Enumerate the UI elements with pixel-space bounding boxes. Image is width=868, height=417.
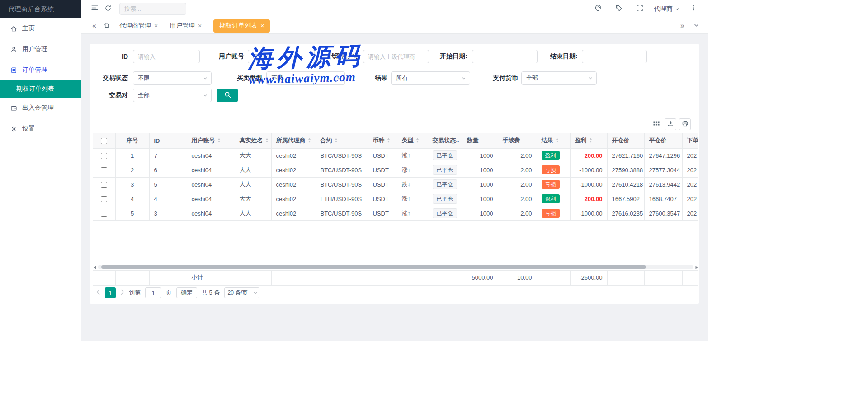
cell-type: 涨↑	[397, 206, 428, 220]
confirm-page-button[interactable]: 确定	[176, 287, 197, 298]
scrollbar-track[interactable]	[98, 265, 693, 269]
col-close_price[interactable]: 平仓价	[644, 133, 682, 148]
row-checkbox[interactable]	[101, 167, 107, 173]
scroll-left-icon[interactable]	[93, 265, 97, 269]
sort-icon[interactable]	[387, 137, 391, 145]
columns-button[interactable]	[651, 119, 662, 130]
download-icon	[667, 120, 674, 129]
tabs-scroll-right-button[interactable]: »	[679, 22, 686, 30]
cell-coin: USDT	[368, 192, 397, 206]
sidebar-item[interactable]: 主页	[0, 18, 81, 39]
col-coin[interactable]: 币种	[368, 133, 397, 148]
cell-real_name: 大大	[235, 163, 271, 177]
row-checkbox[interactable]	[101, 182, 107, 188]
col-agent[interactable]: 所属代理商	[271, 133, 316, 148]
more-options-icon[interactable]	[687, 2, 700, 16]
cell-open_price: 1667.5902	[607, 192, 644, 206]
user-menu[interactable]: 代理商	[654, 5, 679, 13]
tab-active[interactable]: 期权订单列表×	[213, 19, 270, 33]
sort-icon[interactable]	[217, 137, 221, 145]
tab-label: 代理商管理	[119, 22, 151, 30]
chevron-down-icon	[462, 76, 466, 80]
col-fee[interactable]: 手续费	[498, 133, 537, 148]
search-button[interactable]	[217, 89, 238, 102]
col-real_name[interactable]: 真实姓名	[235, 133, 271, 148]
page-size-select[interactable]: 20 条/页	[224, 287, 259, 298]
sort-icon[interactable]	[265, 137, 269, 145]
cell-contract: BTC/USDT-90S	[316, 163, 368, 177]
row-checkbox[interactable]	[101, 211, 107, 217]
side-select[interactable]: 不限	[266, 71, 345, 85]
col-quantity[interactable]: 数量	[462, 133, 498, 148]
end-date-input[interactable]	[582, 50, 647, 63]
table-row[interactable]: 17ceshi04大大ceshi02BTC/USDT-90SUSDT涨↑已平仓1…	[93, 148, 698, 163]
sidebar-item[interactable]: 用户管理	[0, 39, 81, 60]
id-input[interactable]	[133, 50, 200, 63]
sidebar-item[interactable]: 出入金管理	[0, 98, 81, 118]
download-button[interactable]	[665, 118, 676, 130]
cell-account: ceshi04	[187, 192, 235, 206]
col-profit[interactable]: 盈利	[570, 133, 607, 148]
print-button[interactable]	[679, 118, 691, 130]
start-date-input[interactable]	[472, 50, 538, 63]
goto-page-input[interactable]	[145, 287, 161, 298]
sort-icon[interactable]	[307, 137, 311, 145]
row-checkbox[interactable]	[101, 153, 107, 159]
cell-result: 盈利	[537, 192, 570, 206]
col-result[interactable]: 结果	[537, 133, 570, 148]
table-row[interactable]: 44ceshi04大大ceshi02ETH/USDT-90SUSDT涨↑已平仓1…	[93, 192, 698, 206]
result-select[interactable]: 所有	[391, 71, 470, 85]
col-contract[interactable]: 合约	[316, 133, 368, 148]
prev-page-icon[interactable]	[96, 289, 100, 296]
tab-home[interactable]	[104, 22, 110, 30]
pair-select[interactable]: 全部	[133, 89, 212, 102]
pay-currency-select[interactable]: 全部	[521, 71, 597, 85]
sort-icon[interactable]	[589, 137, 593, 145]
trade-status-select[interactable]: 不限	[133, 71, 212, 85]
summary-fee: 10.00	[498, 271, 537, 285]
scroll-right-icon[interactable]	[694, 265, 698, 269]
tab-item[interactable]: 代理商管理×	[119, 19, 158, 33]
sort-icon[interactable]	[334, 137, 338, 145]
col-open_price[interactable]: 开仓价	[607, 133, 644, 148]
col-account[interactable]: 用户账号	[187, 133, 235, 148]
search-input[interactable]	[119, 3, 186, 15]
select-all-checkbox[interactable]	[101, 138, 107, 144]
tag-icon[interactable]	[612, 2, 626, 16]
sort-icon[interactable]	[555, 137, 559, 145]
col-status[interactable]: 交易状态..	[428, 133, 462, 148]
profit-value: 200.00	[585, 196, 603, 202]
table-row[interactable]: 35ceshi04大大ceshi02BTC/USDT-90SUSDT跌↓已平仓1…	[93, 177, 698, 192]
scrollbar-thumb[interactable]	[101, 265, 646, 269]
fullscreen-icon[interactable]	[633, 2, 646, 16]
table-row[interactable]: 53ceshi04大大ceshi02BTC/USDT-90SUSDT涨↑已平仓1…	[93, 206, 698, 220]
agent-input[interactable]	[363, 50, 429, 63]
page-number-current[interactable]: 1	[105, 287, 116, 298]
cell-quantity: 1000	[462, 177, 498, 192]
refresh-icon[interactable]	[101, 2, 115, 16]
col-id[interactable]: ID	[149, 133, 187, 148]
summary-contract	[316, 271, 368, 285]
sidebar-subitem[interactable]: 期权订单列表	[0, 80, 81, 98]
sidebar-item[interactable]: 订单管理	[0, 60, 81, 80]
tab-close-icon[interactable]: ×	[260, 23, 264, 29]
col-type[interactable]: 类型	[397, 133, 428, 148]
sort-icon[interactable]	[415, 137, 420, 145]
row-checkbox[interactable]	[101, 196, 107, 202]
theme-palette-icon[interactable]	[591, 2, 605, 16]
tab-item[interactable]: 用户管理×	[170, 19, 202, 33]
next-page-icon[interactable]	[120, 289, 124, 296]
tabs-scroll-left-button[interactable]: «	[90, 22, 98, 30]
table-row[interactable]: 26ceshi04大大ceshi02BTC/USDT-90SUSDT涨↑已平仓1…	[93, 163, 698, 177]
col-seq[interactable]: 序号	[115, 133, 149, 148]
account-input[interactable]	[248, 50, 315, 63]
filter-start-date-label: 开始日期:	[440, 52, 467, 61]
sidebar-item[interactable]: 设置	[0, 118, 81, 139]
tab-close-icon[interactable]: ×	[198, 23, 202, 29]
tabs-menu-button[interactable]	[692, 22, 701, 30]
horizontal-scrollbar[interactable]	[93, 265, 698, 269]
col-order_time[interactable]: 下单	[682, 133, 698, 148]
collapse-sidebar-icon[interactable]	[88, 2, 101, 16]
open-tabs: 代理商管理×用户管理×期权订单列表×	[119, 19, 270, 33]
tab-close-icon[interactable]: ×	[154, 23, 158, 29]
